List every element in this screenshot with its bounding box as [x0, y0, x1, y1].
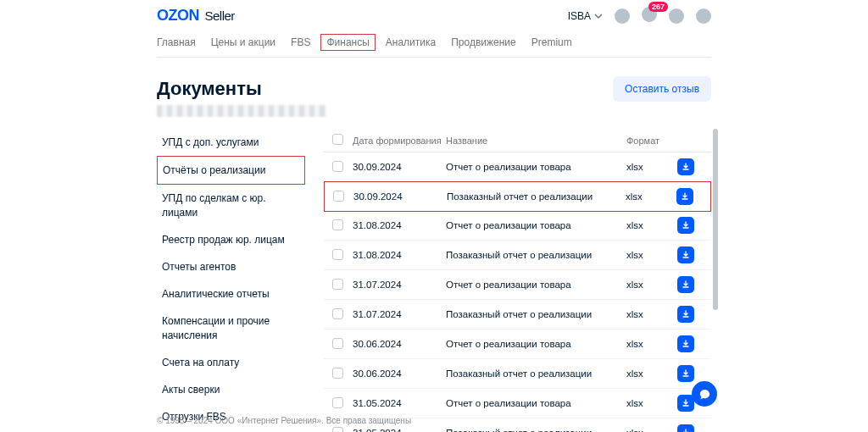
cell-format: xlsx — [626, 368, 677, 379]
notifications-button[interactable]: 267 — [642, 7, 657, 25]
nav-item-4[interactable]: Аналитика — [386, 36, 436, 48]
logo-suffix: Seller — [205, 8, 235, 23]
cell-name: Отчет о реализации товара — [446, 162, 626, 172]
sidebar-item-2[interactable]: УПД по сделкам с юр. лицами — [157, 185, 305, 225]
cell-format: xlsx — [626, 398, 677, 408]
row-checkbox[interactable] — [332, 249, 343, 260]
row-checkbox[interactable] — [333, 191, 344, 202]
cell-name: Позаказный отчет о реализации — [446, 368, 626, 379]
top-right: ISBA 267 — [568, 7, 711, 25]
logo-brand: OZON — [157, 7, 199, 24]
sidebar-item-7[interactable]: Счета на оплату — [157, 349, 305, 376]
logo[interactable]: OZON Seller — [157, 7, 235, 25]
download-button[interactable] — [677, 306, 694, 323]
row-checkbox[interactable] — [332, 368, 343, 379]
page-header: Документы Оставить отзыв — [157, 76, 711, 102]
chevron-down-icon — [594, 12, 603, 20]
page-title: Документы — [157, 78, 262, 100]
nav-item-3[interactable]: Финансы — [320, 34, 375, 51]
chat-fab[interactable] — [692, 381, 717, 407]
cell-name: Отчет о реализации товара — [446, 398, 626, 408]
nav-item-2[interactable]: FBS — [291, 36, 310, 48]
sidebar-item-8[interactable]: Акты сверки — [157, 376, 305, 403]
row-checkbox[interactable] — [332, 161, 343, 172]
table-row[interactable]: 30.06.2024Позаказный отчет о реализацииx… — [324, 359, 711, 389]
menu-icon[interactable] — [696, 8, 711, 24]
col-header-format[interactable]: Формат — [626, 136, 677, 146]
cell-date: 31.08.2024 — [353, 250, 446, 260]
content-area: УПД с доп. услугамиОтчёты о реализацииУП… — [157, 129, 711, 432]
download-button[interactable] — [677, 276, 694, 293]
nav-item-0[interactable]: Главная — [157, 36, 196, 48]
table-row[interactable]: 31.08.2024Отчет о реализации товараxlsx — [324, 211, 711, 241]
sidebar: УПД с доп. услугамиОтчёты о реализацииУП… — [157, 129, 305, 432]
account-name: ISBA — [568, 10, 591, 22]
col-header-name[interactable]: Название — [446, 136, 626, 146]
table-row[interactable]: 31.08.2024Позаказный отчет о реализацииx… — [324, 241, 711, 270]
table-row[interactable]: 31.07.2024Позаказный отчет о реализацииx… — [324, 300, 711, 330]
cell-name: Отчет о реализации товара — [446, 280, 626, 290]
nav-item-1[interactable]: Цены и акции — [211, 36, 275, 48]
cell-date: 31.07.2024 — [353, 280, 446, 290]
footer-copyright: © 1998 – 2024 ООО «Интернет Решения». Вс… — [157, 416, 411, 425]
user-icon[interactable] — [615, 8, 630, 24]
cell-format: xlsx — [626, 162, 677, 172]
cell-date: 30.09.2024 — [353, 191, 447, 202]
cell-format: xlsx — [626, 309, 677, 319]
table-header: Дата формирования Название Формат — [324, 129, 711, 152]
nav-item-6[interactable]: Premium — [531, 36, 572, 48]
row-checkbox[interactable] — [332, 279, 343, 290]
subtitle-redacted — [157, 105, 326, 117]
cell-date: 31.05.2024 — [353, 398, 446, 408]
download-button[interactable] — [677, 365, 694, 382]
cell-format: xlsx — [626, 280, 677, 290]
row-checkbox[interactable] — [332, 219, 343, 230]
sidebar-item-1[interactable]: Отчёты о реализации — [157, 156, 305, 185]
help-icon[interactable] — [669, 8, 684, 24]
table-row[interactable]: 30.06.2024Отчет о реализации товараxlsx — [324, 330, 711, 359]
cell-date: 31.08.2024 — [353, 220, 446, 230]
cell-format: xlsx — [626, 220, 677, 230]
cell-format: xlsx — [626, 339, 677, 349]
account-dropdown[interactable]: ISBA — [568, 10, 603, 22]
cell-date: 31.07.2024 — [353, 309, 446, 319]
download-button[interactable] — [677, 246, 694, 263]
topbar: OZON Seller ISBA 267 — [157, 0, 711, 31]
row-checkbox[interactable] — [332, 338, 343, 349]
documents-table: Дата формирования Название Формат 30.09.… — [324, 129, 711, 432]
row-checkbox[interactable] — [332, 397, 343, 408]
row-checkbox[interactable] — [332, 308, 343, 319]
cell-name: Позаказный отчет о реализации — [446, 309, 626, 319]
nav-item-5[interactable]: Продвижение — [451, 36, 516, 48]
table-body: 30.09.2024Отчет о реализации товараxlsx3… — [324, 152, 711, 432]
sidebar-item-4[interactable]: Отчеты агентов — [157, 253, 305, 280]
cell-name: Позаказный отчет о реализации — [447, 191, 626, 202]
feedback-button[interactable]: Оставить отзыв — [613, 76, 711, 102]
table-row[interactable]: 31.05.2024Отчет о реализации товараxlsx — [324, 389, 711, 418]
cell-date: 30.06.2024 — [353, 368, 446, 379]
notif-badge: 267 — [648, 2, 668, 12]
cell-name: Отчет о реализации товара — [446, 339, 626, 349]
cell-date: 30.09.2024 — [353, 162, 446, 172]
download-button[interactable] — [677, 158, 694, 175]
download-button[interactable] — [676, 188, 693, 205]
main-nav: ГлавнаяЦены и акцииFBSФинансыАналитикаПр… — [157, 31, 711, 58]
chat-icon — [698, 388, 711, 401]
sidebar-item-3[interactable]: Реестр продаж юр. лицам — [157, 226, 305, 253]
col-header-date[interactable]: Дата формирования — [353, 136, 446, 146]
table-row[interactable]: 30.09.2024Отчет о реализации товараxlsx — [324, 152, 711, 182]
sidebar-item-5[interactable]: Аналитические отчеты — [157, 280, 305, 307]
cell-date: 30.06.2024 — [353, 339, 446, 349]
scrollbar[interactable] — [713, 129, 718, 310]
cell-format: xlsx — [626, 250, 677, 260]
cell-name: Отчет о реализации товара — [446, 220, 626, 230]
sidebar-item-6[interactable]: Компенсации и прочие начисления — [157, 307, 305, 348]
table-row[interactable]: 30.09.2024Позаказный отчет о реализацииx… — [324, 181, 711, 212]
download-button[interactable] — [677, 217, 694, 234]
table-row[interactable]: 31.07.2024Отчет о реализации товараxlsx — [324, 270, 711, 300]
download-button[interactable] — [677, 424, 694, 432]
cell-name: Позаказный отчет о реализации — [446, 250, 626, 260]
select-all-checkbox[interactable] — [332, 134, 343, 145]
download-button[interactable] — [677, 335, 694, 352]
sidebar-item-0[interactable]: УПД с доп. услугами — [157, 129, 305, 156]
